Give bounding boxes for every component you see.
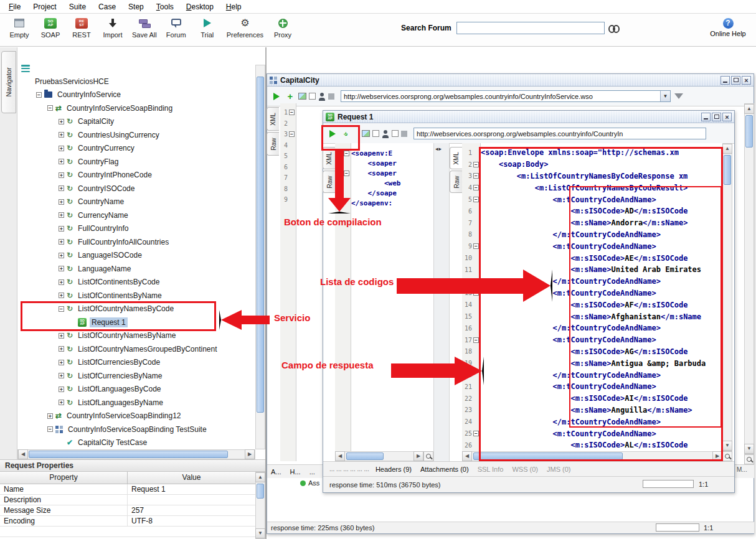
scroll-left-icon[interactable]: ◀ <box>18 449 28 459</box>
blank-option-icon[interactable] <box>392 130 399 137</box>
tree-item-countryinfoservice[interactable]: −CountryInfoService <box>17 88 255 102</box>
property-row-message-size[interactable]: Message Size257 <box>0 505 255 516</box>
tree-item-listoflanguagesbycode[interactable]: +↻ListOfLanguagesByCode <box>17 383 255 396</box>
preferences-button[interactable]: ⚙Preferences <box>223 16 267 39</box>
trial-button[interactable]: Trial <box>192 16 223 39</box>
tree-vertical-scrollbar[interactable] <box>255 65 265 449</box>
menu-step[interactable]: Step <box>122 1 150 12</box>
assertions-tab[interactable]: Ass <box>300 479 319 487</box>
tree-toggle-icon[interactable]: + <box>59 253 64 258</box>
request-raw-tab[interactable]: Raw <box>323 171 335 193</box>
scroll-left-icon[interactable]: ◀ <box>462 451 472 461</box>
tree-toggle-icon[interactable]: + <box>59 346 64 352</box>
tree-toggle-icon[interactable]: + <box>59 132 64 138</box>
scroll-down-icon[interactable]: ▼ <box>722 441 732 451</box>
tree-toggle-icon[interactable]: − <box>36 92 42 98</box>
navigator-tab[interactable]: Navigator <box>1 51 16 113</box>
cc-bottom-tab[interactable]: H... <box>290 468 301 476</box>
request1-endpoint-combo[interactable]: http://webservices.oorsprong.org/websamp… <box>413 128 706 139</box>
tree-toggle-icon[interactable]: + <box>59 293 64 298</box>
tree-item-countryintphonecode[interactable]: +↻CountryIntPhoneCode <box>17 169 255 182</box>
fold-toggle-icon[interactable]: − <box>344 151 351 156</box>
tree-item-countryisocode[interactable]: +↻CountryISOCode <box>17 182 255 195</box>
tree-toggle-icon[interactable]: + <box>59 400 64 405</box>
tree-toggle-icon[interactable]: + <box>59 360 64 365</box>
capitalcity-endpoint-combo[interactable]: http://webservices.oorsprong.org/websamp… <box>341 90 671 102</box>
close-icon[interactable]: × <box>722 113 732 121</box>
resp-vscroll-thumb[interactable] <box>724 155 731 185</box>
rest-button[interactable]: RESTREST <box>66 16 97 39</box>
response-xml-tab[interactable]: XML <box>450 147 462 169</box>
tree-item-countryflag[interactable]: +↻CountryFlag <box>17 155 255 169</box>
tree-item-listoflanguagesbyname[interactable]: +↻ListOfLanguagesByName <box>17 396 255 410</box>
scroll-down-icon[interactable]: ▼ <box>255 528 265 538</box>
request-horizontal-scrollbar[interactable]: ◀ ▶ <box>335 451 423 461</box>
scroll-right-icon[interactable]: ▶ <box>413 451 423 461</box>
req-hscroll-thumb[interactable] <box>346 452 384 460</box>
tree-item-countryinfoservicesoapbinding[interactable]: −⇄CountryInfoServiceSoapBinding <box>17 101 255 115</box>
tree-horizontal-scrollbar[interactable]: ◀ ▶ <box>17 449 255 459</box>
minimize-icon[interactable] <box>721 76 730 85</box>
req-code[interactable]: <soapenv:E <soaper <soaper <web </soape<… <box>351 143 433 451</box>
tab-attachments-0[interactable]: Attachments (0) <box>420 466 469 473</box>
close-icon[interactable]: × <box>742 76 751 85</box>
tree-toggle-icon[interactable]: + <box>59 226 64 232</box>
tree-toggle-icon[interactable]: + <box>59 387 64 392</box>
menu-desktop[interactable]: Desktop <box>180 1 220 12</box>
editor-splitter[interactable]: ◂▸ <box>433 143 450 461</box>
dropdown-arrow-icon[interactable]: ▼ <box>660 91 670 101</box>
scroll-left-icon[interactable]: ◀ <box>335 451 345 461</box>
menu-tools[interactable]: Tools <box>150 1 180 12</box>
soap-button[interactable]: SOAPSOAP <box>35 16 66 39</box>
capitalcity-vertical-scrollbar[interactable]: ▲ ▼ <box>744 103 754 454</box>
tree-toggle-icon[interactable]: + <box>59 373 64 378</box>
response-raw-tab[interactable]: Raw <box>450 171 462 193</box>
tree-toggle-icon[interactable]: + <box>59 185 64 191</box>
fold-toggle-icon[interactable]: − <box>289 110 296 115</box>
capitalcity-titlebar[interactable]: CapitalCity × <box>267 74 754 87</box>
tree-toggle-icon[interactable]: + <box>59 159 64 164</box>
minimize-icon[interactable] <box>701 113 711 121</box>
tree-toggle-icon[interactable]: + <box>59 333 64 339</box>
tree-toggle-icon[interactable]: + <box>59 239 64 245</box>
request1-titlebar[interactable]: SOAP Request 1 × <box>323 111 734 123</box>
proxy-button[interactable]: Proxy <box>267 16 298 39</box>
forum-button[interactable]: Forum <box>161 16 192 39</box>
tree-toggle-icon[interactable]: + <box>59 266 64 271</box>
scroll-down-icon[interactable]: ▼ <box>744 444 754 454</box>
online-help-button[interactable]: ? Online Help <box>704 16 752 37</box>
scroll-up-icon[interactable]: ▲ <box>744 104 754 114</box>
menu-file[interactable]: File <box>2 1 27 12</box>
capitalcity-raw-tab[interactable]: Raw <box>267 132 279 156</box>
tree-toggle-icon[interactable]: + <box>59 172 64 178</box>
tree-item-countriesusingcurrency[interactable]: +↻CountriesUsingCurrency <box>17 128 255 142</box>
tree-item-listofcurrenciesbyname[interactable]: +↻ListOfCurrenciesByName <box>17 369 255 383</box>
cc-right-tab[interactable]: M... <box>737 466 747 473</box>
saveall-button[interactable]: Save All <box>128 16 161 39</box>
cc-bottom-tab[interactable]: ... <box>309 468 315 476</box>
find-button[interactable] <box>607 22 621 34</box>
tree-item-listofcontinentsbyname[interactable]: +↻ListOfContinentsByName <box>17 289 255 302</box>
navigator-menu-icon[interactable] <box>21 65 30 72</box>
tree-toggle-icon[interactable]: + <box>59 279 64 285</box>
tree-toggle-icon[interactable]: − <box>47 105 53 111</box>
blank-option-icon[interactable] <box>309 93 316 100</box>
tab-headers-9[interactable]: Headers (9) <box>376 466 412 473</box>
menu-suite[interactable]: Suite <box>63 1 92 12</box>
tree-item-countryinfoservicesoapbinding12[interactable]: +⇄CountryInfoServiceSoapBinding12 <box>17 410 255 423</box>
tree-hscroll-thumb[interactable] <box>29 451 228 458</box>
props-scroll-thumb[interactable] <box>257 484 264 499</box>
menu-help[interactable]: Help <box>220 1 248 12</box>
empty-button[interactable]: Empty <box>4 16 35 39</box>
tree-item-capitalcity[interactable]: +↻CapitalCity <box>17 115 255 129</box>
tree-item-countrycurrency[interactable]: +↻CountryCurrency <box>17 142 255 156</box>
tree-toggle-icon[interactable]: + <box>59 146 64 151</box>
splitter-collapse-icons[interactable]: ◂▸ <box>435 146 442 152</box>
scroll-up-icon[interactable]: ▲ <box>255 472 265 482</box>
maximize-icon[interactable] <box>712 113 721 121</box>
cc-bottom-tab[interactable]: A... <box>271 468 281 476</box>
tree-item-pruebasservicioshce[interactable]: PruebasServiciosHCE <box>17 75 255 88</box>
tree-toggle-icon[interactable]: + <box>59 199 64 205</box>
tree-item-fullcountryinfoallcountries[interactable]: +↻FullCountryInfoAllCountries <box>17 235 255 249</box>
search-forum-input[interactable] <box>456 22 605 34</box>
